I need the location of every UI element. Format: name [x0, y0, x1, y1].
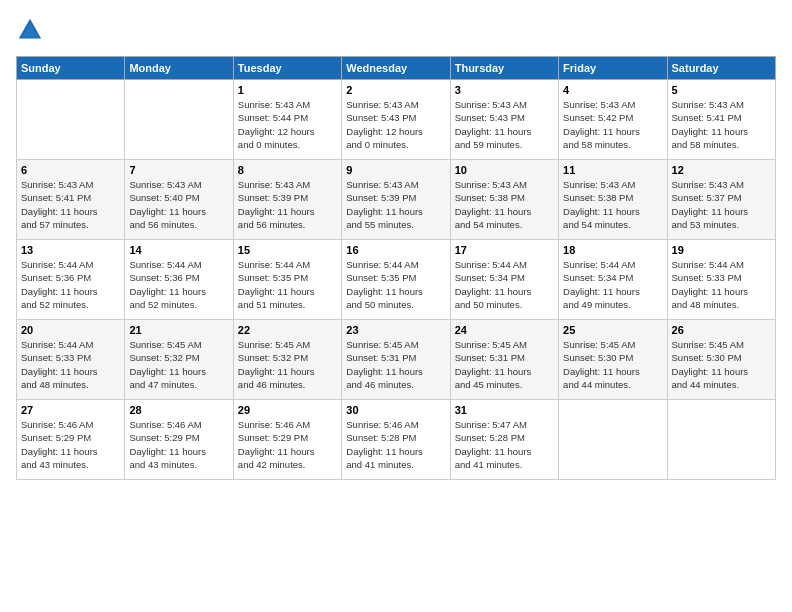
calendar-header-tuesday: Tuesday: [233, 57, 341, 80]
day-info: Sunrise: 5:44 AMSunset: 5:35 PMDaylight:…: [238, 258, 337, 311]
day-info: Sunrise: 5:45 AMSunset: 5:30 PMDaylight:…: [563, 338, 662, 391]
day-info: Sunrise: 5:43 AMSunset: 5:44 PMDaylight:…: [238, 98, 337, 151]
calendar-cell: 16Sunrise: 5:44 AMSunset: 5:35 PMDayligh…: [342, 240, 450, 320]
day-info: Sunrise: 5:43 AMSunset: 5:38 PMDaylight:…: [563, 178, 662, 231]
day-info: Sunrise: 5:47 AMSunset: 5:28 PMDaylight:…: [455, 418, 554, 471]
day-number: 1: [238, 84, 337, 96]
calendar-cell: 1Sunrise: 5:43 AMSunset: 5:44 PMDaylight…: [233, 80, 341, 160]
day-info: Sunrise: 5:45 AMSunset: 5:30 PMDaylight:…: [672, 338, 771, 391]
calendar-cell: 6Sunrise: 5:43 AMSunset: 5:41 PMDaylight…: [17, 160, 125, 240]
day-number: 17: [455, 244, 554, 256]
day-number: 19: [672, 244, 771, 256]
day-number: 3: [455, 84, 554, 96]
day-info: Sunrise: 5:45 AMSunset: 5:32 PMDaylight:…: [238, 338, 337, 391]
logo-icon: [16, 16, 44, 44]
day-info: Sunrise: 5:43 AMSunset: 5:42 PMDaylight:…: [563, 98, 662, 151]
day-info: Sunrise: 5:45 AMSunset: 5:31 PMDaylight:…: [455, 338, 554, 391]
day-info: Sunrise: 5:43 AMSunset: 5:39 PMDaylight:…: [238, 178, 337, 231]
day-info: Sunrise: 5:43 AMSunset: 5:38 PMDaylight:…: [455, 178, 554, 231]
day-number: 8: [238, 164, 337, 176]
calendar-table: SundayMondayTuesdayWednesdayThursdayFrid…: [16, 56, 776, 480]
calendar-cell: 30Sunrise: 5:46 AMSunset: 5:28 PMDayligh…: [342, 400, 450, 480]
calendar-cell: 28Sunrise: 5:46 AMSunset: 5:29 PMDayligh…: [125, 400, 233, 480]
day-number: 26: [672, 324, 771, 336]
day-number: 24: [455, 324, 554, 336]
day-info: Sunrise: 5:43 AMSunset: 5:39 PMDaylight:…: [346, 178, 445, 231]
day-number: 29: [238, 404, 337, 416]
calendar-cell: 21Sunrise: 5:45 AMSunset: 5:32 PMDayligh…: [125, 320, 233, 400]
day-number: 30: [346, 404, 445, 416]
calendar-cell: 23Sunrise: 5:45 AMSunset: 5:31 PMDayligh…: [342, 320, 450, 400]
day-info: Sunrise: 5:46 AMSunset: 5:29 PMDaylight:…: [129, 418, 228, 471]
calendar-week-row: 1Sunrise: 5:43 AMSunset: 5:44 PMDaylight…: [17, 80, 776, 160]
calendar-cell: 31Sunrise: 5:47 AMSunset: 5:28 PMDayligh…: [450, 400, 558, 480]
calendar-cell: 5Sunrise: 5:43 AMSunset: 5:41 PMDaylight…: [667, 80, 775, 160]
day-number: 27: [21, 404, 120, 416]
day-number: 31: [455, 404, 554, 416]
day-number: 21: [129, 324, 228, 336]
day-number: 7: [129, 164, 228, 176]
day-number: 14: [129, 244, 228, 256]
day-number: 16: [346, 244, 445, 256]
day-info: Sunrise: 5:44 AMSunset: 5:36 PMDaylight:…: [21, 258, 120, 311]
calendar-cell: 22Sunrise: 5:45 AMSunset: 5:32 PMDayligh…: [233, 320, 341, 400]
calendar-header-wednesday: Wednesday: [342, 57, 450, 80]
calendar-week-row: 20Sunrise: 5:44 AMSunset: 5:33 PMDayligh…: [17, 320, 776, 400]
calendar-week-row: 27Sunrise: 5:46 AMSunset: 5:29 PMDayligh…: [17, 400, 776, 480]
day-info: Sunrise: 5:44 AMSunset: 5:35 PMDaylight:…: [346, 258, 445, 311]
day-info: Sunrise: 5:44 AMSunset: 5:34 PMDaylight:…: [455, 258, 554, 311]
calendar-cell: 9Sunrise: 5:43 AMSunset: 5:39 PMDaylight…: [342, 160, 450, 240]
calendar-cell: 13Sunrise: 5:44 AMSunset: 5:36 PMDayligh…: [17, 240, 125, 320]
calendar-cell: 20Sunrise: 5:44 AMSunset: 5:33 PMDayligh…: [17, 320, 125, 400]
calendar-header-saturday: Saturday: [667, 57, 775, 80]
calendar-header-monday: Monday: [125, 57, 233, 80]
calendar-header-friday: Friday: [559, 57, 667, 80]
day-info: Sunrise: 5:43 AMSunset: 5:40 PMDaylight:…: [129, 178, 228, 231]
day-number: 10: [455, 164, 554, 176]
calendar-header-row: SundayMondayTuesdayWednesdayThursdayFrid…: [17, 57, 776, 80]
day-info: Sunrise: 5:46 AMSunset: 5:29 PMDaylight:…: [238, 418, 337, 471]
day-number: 15: [238, 244, 337, 256]
day-number: 2: [346, 84, 445, 96]
day-number: 12: [672, 164, 771, 176]
day-info: Sunrise: 5:44 AMSunset: 5:33 PMDaylight:…: [672, 258, 771, 311]
day-number: 18: [563, 244, 662, 256]
calendar-header-thursday: Thursday: [450, 57, 558, 80]
page-header: [16, 16, 776, 44]
calendar-cell: [125, 80, 233, 160]
calendar-cell: [17, 80, 125, 160]
calendar-cell: 26Sunrise: 5:45 AMSunset: 5:30 PMDayligh…: [667, 320, 775, 400]
calendar-cell: 24Sunrise: 5:45 AMSunset: 5:31 PMDayligh…: [450, 320, 558, 400]
day-info: Sunrise: 5:43 AMSunset: 5:43 PMDaylight:…: [455, 98, 554, 151]
calendar-cell: [559, 400, 667, 480]
calendar-cell: 27Sunrise: 5:46 AMSunset: 5:29 PMDayligh…: [17, 400, 125, 480]
day-number: 20: [21, 324, 120, 336]
calendar-cell: 18Sunrise: 5:44 AMSunset: 5:34 PMDayligh…: [559, 240, 667, 320]
day-number: 25: [563, 324, 662, 336]
day-info: Sunrise: 5:43 AMSunset: 5:43 PMDaylight:…: [346, 98, 445, 151]
calendar-cell: 15Sunrise: 5:44 AMSunset: 5:35 PMDayligh…: [233, 240, 341, 320]
day-info: Sunrise: 5:46 AMSunset: 5:29 PMDaylight:…: [21, 418, 120, 471]
day-number: 28: [129, 404, 228, 416]
calendar-header-sunday: Sunday: [17, 57, 125, 80]
calendar-cell: 4Sunrise: 5:43 AMSunset: 5:42 PMDaylight…: [559, 80, 667, 160]
day-info: Sunrise: 5:45 AMSunset: 5:32 PMDaylight:…: [129, 338, 228, 391]
calendar-cell: 25Sunrise: 5:45 AMSunset: 5:30 PMDayligh…: [559, 320, 667, 400]
day-info: Sunrise: 5:46 AMSunset: 5:28 PMDaylight:…: [346, 418, 445, 471]
day-info: Sunrise: 5:43 AMSunset: 5:41 PMDaylight:…: [21, 178, 120, 231]
calendar-cell: 29Sunrise: 5:46 AMSunset: 5:29 PMDayligh…: [233, 400, 341, 480]
calendar-cell: 19Sunrise: 5:44 AMSunset: 5:33 PMDayligh…: [667, 240, 775, 320]
day-number: 23: [346, 324, 445, 336]
calendar-cell: 7Sunrise: 5:43 AMSunset: 5:40 PMDaylight…: [125, 160, 233, 240]
day-number: 22: [238, 324, 337, 336]
day-number: 4: [563, 84, 662, 96]
day-info: Sunrise: 5:44 AMSunset: 5:33 PMDaylight:…: [21, 338, 120, 391]
calendar-week-row: 13Sunrise: 5:44 AMSunset: 5:36 PMDayligh…: [17, 240, 776, 320]
logo: [16, 16, 48, 44]
calendar-cell: 10Sunrise: 5:43 AMSunset: 5:38 PMDayligh…: [450, 160, 558, 240]
day-number: 5: [672, 84, 771, 96]
day-info: Sunrise: 5:43 AMSunset: 5:37 PMDaylight:…: [672, 178, 771, 231]
day-info: Sunrise: 5:43 AMSunset: 5:41 PMDaylight:…: [672, 98, 771, 151]
day-info: Sunrise: 5:44 AMSunset: 5:36 PMDaylight:…: [129, 258, 228, 311]
day-number: 11: [563, 164, 662, 176]
